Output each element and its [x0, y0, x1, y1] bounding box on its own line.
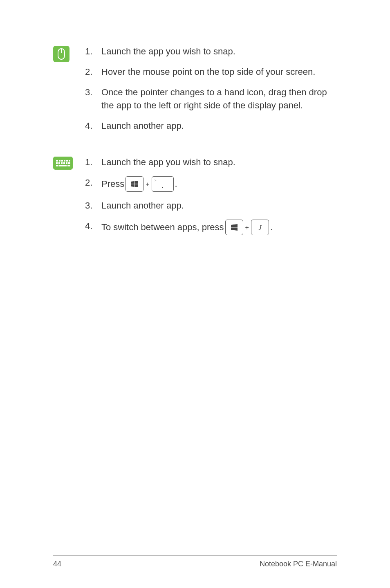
press-suffix: . [175, 177, 177, 191]
list-text: Launch the app you wish to snap. [101, 45, 337, 58]
list-item: 3. Launch another app. [82, 199, 337, 212]
page-footer: 44 Notebook PC E-Manual [53, 555, 337, 568]
list-number: 1. [82, 156, 101, 169]
svg-rect-11 [66, 162, 67, 164]
list-item: 3. Once the pointer changes to a hand ic… [82, 86, 337, 112]
list-text: Hover the mouse point on the top side of… [101, 65, 337, 79]
list-number: 4. [82, 220, 101, 235]
svg-rect-8 [58, 162, 60, 164]
list-number: 3. [82, 86, 101, 112]
list-text: Launch another app. [101, 199, 337, 212]
switch-suffix: . [270, 221, 273, 234]
svg-rect-2 [59, 160, 61, 162]
svg-rect-10 [63, 162, 65, 164]
mouse-section: 1. Launch the app you wish to snap. 2. H… [53, 45, 337, 139]
key-superscript: > [155, 178, 157, 183]
svg-rect-3 [61, 160, 63, 162]
icon-column [53, 156, 82, 242]
switch-prefix: To switch between apps, press [101, 221, 224, 234]
list-number: 2. [82, 65, 101, 79]
keyboard-icon [53, 157, 73, 170]
svg-rect-4 [64, 160, 65, 162]
list-text: Once the pointer changes to a hand icon,… [101, 86, 337, 112]
list-item: 1. Launch the app you wish to snap. [82, 156, 337, 169]
svg-rect-9 [61, 162, 63, 164]
press-prefix: Press [101, 177, 124, 191]
j-key-icon: J [251, 220, 269, 235]
svg-rect-13 [56, 165, 58, 166]
windows-key-icon [126, 176, 143, 192]
list-item: 4. Launch another app. [82, 119, 337, 132]
list-number: 3. [82, 199, 101, 212]
page-content: 1. Launch the app you wish to snap. 2. H… [0, 0, 390, 242]
windows-key-icon [225, 220, 243, 235]
list-text: Launch the app you wish to snap. [101, 156, 337, 169]
keyboard-list: 1. Launch the app you wish to snap. 2. P… [82, 156, 337, 242]
mouse-icon [53, 46, 69, 62]
icon-column [53, 45, 82, 139]
footer-divider [53, 555, 337, 556]
list-text: To switch between apps, press + J . [101, 220, 337, 235]
svg-rect-6 [69, 160, 70, 162]
plus-sign: + [146, 180, 149, 189]
page-number: 44 [53, 560, 61, 568]
list-text: Launch another app. [101, 119, 337, 132]
period-key-icon: > . [152, 176, 174, 192]
svg-rect-14 [59, 165, 67, 166]
footer-title: Notebook PC E-Manual [260, 560, 337, 568]
footer-row: 44 Notebook PC E-Manual [53, 560, 337, 568]
list-item: 2. Press + > . [82, 176, 337, 192]
list-number: 4. [82, 119, 101, 132]
svg-rect-7 [56, 162, 58, 164]
key-label: J [258, 223, 261, 232]
key-main: . [161, 181, 164, 189]
list-item: 4. To switch between apps, press + J [82, 220, 337, 235]
keyboard-section: 1. Launch the app you wish to snap. 2. P… [53, 156, 337, 242]
svg-rect-15 [67, 165, 70, 166]
svg-rect-12 [68, 162, 70, 164]
svg-rect-5 [66, 160, 68, 162]
list-item: 1. Launch the app you wish to snap. [82, 45, 337, 58]
list-number: 1. [82, 45, 101, 58]
svg-rect-1 [56, 160, 58, 162]
list-item: 2. Hover the mouse point on the top side… [82, 65, 337, 79]
list-number: 2. [82, 176, 101, 192]
list-text: Press + > . . [101, 176, 337, 192]
mouse-list: 1. Launch the app you wish to snap. 2. H… [82, 45, 337, 139]
plus-sign: + [245, 223, 249, 232]
